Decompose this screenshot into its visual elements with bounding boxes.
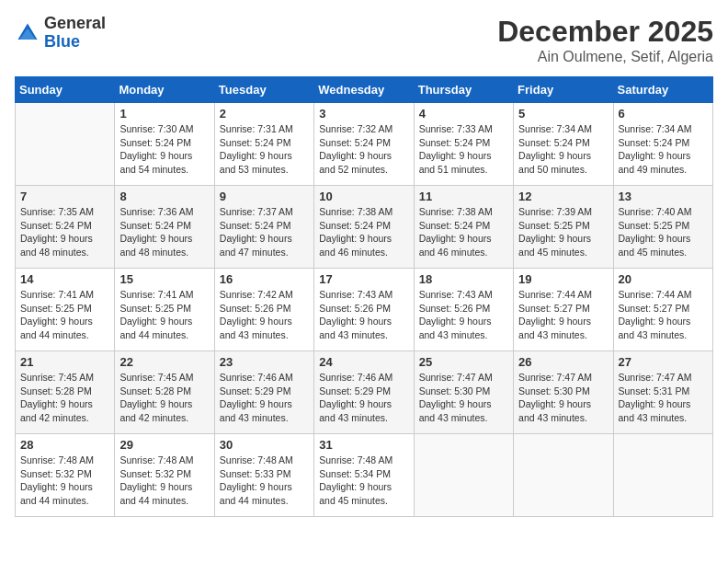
day-info: Sunrise: 7:43 AM Sunset: 5:26 PM Dayligh…	[419, 288, 508, 342]
calendar-cell: 16Sunrise: 7:42 AM Sunset: 5:26 PM Dayli…	[214, 269, 313, 351]
day-number: 20	[619, 272, 708, 286]
calendar-cell: 13Sunrise: 7:40 AM Sunset: 5:25 PM Dayli…	[613, 186, 712, 269]
day-number: 16	[220, 272, 309, 286]
day-info: Sunrise: 7:44 AM Sunset: 5:27 PM Dayligh…	[518, 288, 608, 342]
calendar-cell: 7Sunrise: 7:35 AM Sunset: 5:24 PM Daylig…	[16, 186, 115, 269]
calendar-cell: 3Sunrise: 7:32 AM Sunset: 5:24 PM Daylig…	[314, 103, 414, 186]
day-info: Sunrise: 7:31 AM Sunset: 5:24 PM Dayligh…	[220, 122, 309, 177]
day-number: 22	[119, 355, 209, 369]
day-info: Sunrise: 7:44 AM Sunset: 5:27 PM Dayligh…	[619, 288, 708, 342]
day-info: Sunrise: 7:40 AM Sunset: 5:25 PM Dayligh…	[619, 205, 708, 259]
day-number: 7	[20, 190, 109, 203]
calendar-cell: 15Sunrise: 7:41 AM Sunset: 5:25 PM Dayli…	[115, 269, 214, 351]
calendar-cell: 10Sunrise: 7:38 AM Sunset: 5:24 PM Dayli…	[314, 186, 414, 269]
weekday-header: Thursday	[414, 77, 513, 103]
day-info: Sunrise: 7:45 AM Sunset: 5:28 PM Dayligh…	[119, 371, 209, 425]
calendar-cell: 27Sunrise: 7:47 AM Sunset: 5:31 PM Dayli…	[613, 351, 712, 434]
calendar-cell: 31Sunrise: 7:48 AM Sunset: 5:34 PM Dayli…	[314, 434, 414, 517]
day-info: Sunrise: 7:48 AM Sunset: 5:32 PM Dayligh…	[20, 454, 109, 508]
day-info: Sunrise: 7:41 AM Sunset: 5:25 PM Dayligh…	[20, 288, 109, 342]
day-info: Sunrise: 7:34 AM Sunset: 5:24 PM Dayligh…	[619, 122, 708, 177]
day-info: Sunrise: 7:42 AM Sunset: 5:26 PM Dayligh…	[220, 288, 309, 342]
location: Ain Oulmene, Setif, Algeria	[497, 49, 713, 65]
calendar-cell: 8Sunrise: 7:36 AM Sunset: 5:24 PM Daylig…	[115, 186, 214, 269]
calendar-cell: 1Sunrise: 7:30 AM Sunset: 5:24 PM Daylig…	[115, 103, 214, 186]
day-number: 15	[119, 272, 209, 286]
day-info: Sunrise: 7:47 AM Sunset: 5:30 PM Dayligh…	[518, 371, 608, 425]
page-header: General Blue December 2025 Ain Oulmene, …	[15, 15, 713, 65]
day-number: 26	[518, 355, 608, 369]
day-number: 8	[119, 190, 209, 203]
calendar-cell: 19Sunrise: 7:44 AM Sunset: 5:27 PM Dayli…	[514, 269, 613, 351]
calendar-cell: 6Sunrise: 7:34 AM Sunset: 5:24 PM Daylig…	[613, 103, 712, 186]
day-info: Sunrise: 7:41 AM Sunset: 5:25 PM Dayligh…	[119, 288, 209, 342]
month-title: December 2025	[497, 15, 713, 49]
day-number: 27	[619, 355, 708, 369]
day-info: Sunrise: 7:47 AM Sunset: 5:31 PM Dayligh…	[619, 371, 708, 425]
calendar-week-row: 1Sunrise: 7:30 AM Sunset: 5:24 PM Daylig…	[16, 103, 713, 186]
day-number: 29	[119, 438, 209, 452]
title-block: December 2025 Ain Oulmene, Setif, Algeri…	[497, 15, 713, 65]
calendar-cell: 20Sunrise: 7:44 AM Sunset: 5:27 PM Dayli…	[613, 269, 712, 351]
weekday-header: Saturday	[613, 77, 712, 103]
day-info: Sunrise: 7:48 AM Sunset: 5:32 PM Dayligh…	[119, 454, 209, 508]
calendar-cell: 9Sunrise: 7:37 AM Sunset: 5:24 PM Daylig…	[214, 186, 313, 269]
day-number: 10	[319, 190, 408, 203]
calendar-cell: 30Sunrise: 7:48 AM Sunset: 5:33 PM Dayli…	[214, 434, 313, 517]
calendar-week-row: 21Sunrise: 7:45 AM Sunset: 5:28 PM Dayli…	[16, 351, 713, 434]
day-info: Sunrise: 7:33 AM Sunset: 5:24 PM Dayligh…	[419, 122, 508, 177]
day-info: Sunrise: 7:47 AM Sunset: 5:30 PM Dayligh…	[419, 371, 508, 425]
weekday-header: Sunday	[16, 77, 115, 103]
day-number: 11	[419, 190, 508, 203]
calendar-cell: 28Sunrise: 7:48 AM Sunset: 5:32 PM Dayli…	[16, 434, 115, 517]
calendar-week-row: 28Sunrise: 7:48 AM Sunset: 5:32 PM Dayli…	[16, 434, 713, 517]
day-info: Sunrise: 7:35 AM Sunset: 5:24 PM Dayligh…	[20, 205, 109, 259]
day-number: 23	[220, 355, 309, 369]
calendar-cell: 29Sunrise: 7:48 AM Sunset: 5:32 PM Dayli…	[115, 434, 214, 517]
day-info: Sunrise: 7:34 AM Sunset: 5:24 PM Dayligh…	[518, 122, 608, 177]
day-number: 1	[119, 107, 209, 121]
day-number: 17	[319, 272, 408, 286]
calendar-week-row: 14Sunrise: 7:41 AM Sunset: 5:25 PM Dayli…	[16, 269, 713, 351]
day-info: Sunrise: 7:39 AM Sunset: 5:25 PM Dayligh…	[518, 205, 608, 259]
weekday-header: Wednesday	[314, 77, 414, 103]
calendar-cell	[613, 434, 712, 517]
day-number: 4	[419, 107, 508, 121]
calendar-cell	[16, 103, 115, 186]
day-info: Sunrise: 7:30 AM Sunset: 5:24 PM Dayligh…	[119, 122, 209, 177]
day-number: 31	[319, 438, 408, 452]
calendar-cell: 18Sunrise: 7:43 AM Sunset: 5:26 PM Dayli…	[414, 269, 513, 351]
day-info: Sunrise: 7:32 AM Sunset: 5:24 PM Dayligh…	[319, 122, 408, 177]
day-number: 21	[20, 355, 109, 369]
day-number: 14	[20, 272, 109, 286]
day-number: 3	[319, 107, 408, 121]
calendar-cell	[514, 434, 613, 517]
calendar-cell: 12Sunrise: 7:39 AM Sunset: 5:25 PM Dayli…	[514, 186, 613, 269]
day-info: Sunrise: 7:45 AM Sunset: 5:28 PM Dayligh…	[20, 371, 109, 425]
logo-icon	[15, 20, 40, 46]
day-info: Sunrise: 7:38 AM Sunset: 5:24 PM Dayligh…	[319, 205, 408, 259]
weekday-header: Tuesday	[214, 77, 313, 103]
calendar-cell: 26Sunrise: 7:47 AM Sunset: 5:30 PM Dayli…	[514, 351, 613, 434]
calendar-cell: 25Sunrise: 7:47 AM Sunset: 5:30 PM Dayli…	[414, 351, 513, 434]
calendar-cell	[414, 434, 513, 517]
day-info: Sunrise: 7:48 AM Sunset: 5:33 PM Dayligh…	[220, 454, 309, 508]
day-number: 19	[518, 272, 608, 286]
day-info: Sunrise: 7:46 AM Sunset: 5:29 PM Dayligh…	[319, 371, 408, 425]
day-number: 28	[20, 438, 109, 452]
calendar-cell: 5Sunrise: 7:34 AM Sunset: 5:24 PM Daylig…	[514, 103, 613, 186]
calendar-cell: 14Sunrise: 7:41 AM Sunset: 5:25 PM Dayli…	[16, 269, 115, 351]
weekday-header: Friday	[514, 77, 613, 103]
weekday-header: Monday	[115, 77, 214, 103]
day-info: Sunrise: 7:38 AM Sunset: 5:24 PM Dayligh…	[419, 205, 508, 259]
calendar-cell: 22Sunrise: 7:45 AM Sunset: 5:28 PM Dayli…	[115, 351, 214, 434]
day-number: 2	[220, 107, 309, 121]
calendar-cell: 21Sunrise: 7:45 AM Sunset: 5:28 PM Dayli…	[16, 351, 115, 434]
calendar-cell: 4Sunrise: 7:33 AM Sunset: 5:24 PM Daylig…	[414, 103, 513, 186]
day-number: 6	[619, 107, 708, 121]
day-info: Sunrise: 7:36 AM Sunset: 5:24 PM Dayligh…	[119, 205, 209, 259]
calendar-cell: 24Sunrise: 7:46 AM Sunset: 5:29 PM Dayli…	[314, 351, 414, 434]
day-number: 5	[518, 107, 608, 121]
day-number: 18	[419, 272, 508, 286]
day-number: 13	[619, 190, 708, 203]
